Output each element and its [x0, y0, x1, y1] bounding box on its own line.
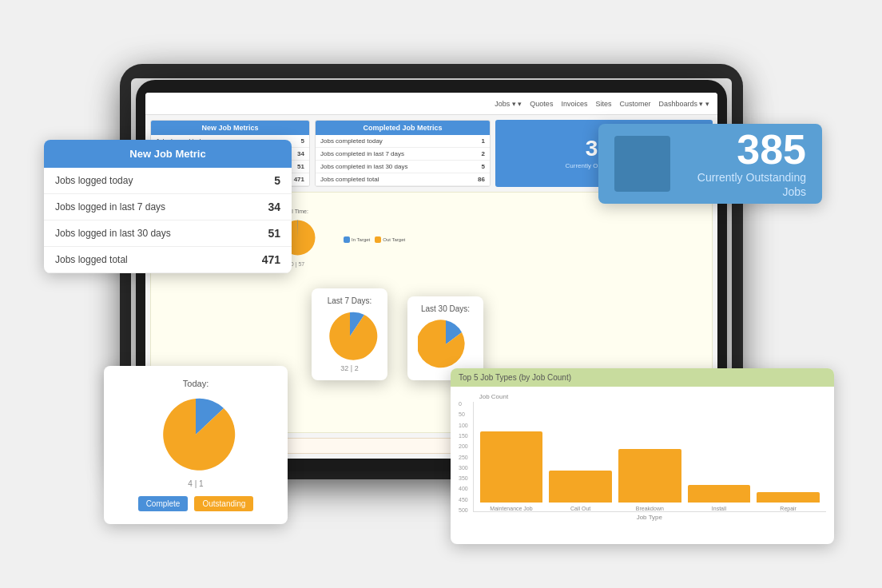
- y-label-350: 350: [459, 475, 468, 481]
- bar-repair: [757, 492, 820, 503]
- y-label-500: 500: [459, 507, 468, 513]
- job-logged-7d-value: 34: [235, 194, 292, 220]
- last7-label: Last 7 Days:: [320, 296, 379, 305]
- y-axis-label: Job Count: [473, 393, 826, 400]
- job-logged-total-value: 471: [235, 247, 292, 273]
- nav-sites[interactable]: Sites: [595, 100, 611, 108]
- nav-dashboards[interactable]: Dashboards ▾: [658, 100, 709, 108]
- job-logged-30d-value: 51: [235, 220, 292, 247]
- last30-label: Last 30 Days:: [415, 304, 475, 313]
- in-target-legend: In Target Out Target: [344, 236, 405, 243]
- job-logged-30d-label: Jobs logged in last 30 days: [44, 220, 235, 247]
- legend-buttons: Complete Outstanding: [117, 496, 275, 511]
- new-job-metric-card: New Job Metric Jobs logged today 5 Jobs …: [44, 140, 292, 273]
- outstanding-float-image: [614, 136, 670, 192]
- table-row: Jobs logged today 5: [44, 168, 292, 194]
- new-job-header: New Job Metric: [44, 140, 292, 168]
- bar-maintenance: [480, 431, 543, 503]
- bar-label-repair: Repair: [780, 506, 797, 511]
- job-logged-total-label: Jobs logged total: [44, 247, 235, 273]
- today-stats: 4 | 1: [117, 479, 275, 488]
- bar-label-breakdown: Breakdown: [636, 506, 664, 511]
- job-logged-7d-label: Jobs logged in last 7 days: [44, 194, 235, 220]
- bar-chart-card: Top 5 Job Types (by Job Count) 500 450 4…: [451, 368, 834, 544]
- y-label-250: 250: [459, 455, 468, 460]
- nav-invoices[interactable]: Invoices: [561, 100, 587, 108]
- bar-group-breakdown: Breakdown: [618, 449, 681, 511]
- new-job-mini-header: New Job Metrics: [151, 121, 309, 135]
- y-label-450: 450: [459, 497, 468, 503]
- bar-chart-area: 500 450 400 350 300 250 200 150 100 50 0…: [459, 393, 826, 521]
- y-label-50: 50: [459, 411, 468, 417]
- outstanding-jobs-card: 385 Currently Outstanding Jobs: [598, 124, 822, 204]
- bar-group-callout: Call Out: [549, 471, 612, 511]
- today-pie-chart: [156, 395, 236, 475]
- table-row: Jobs logged in last 7 days 34: [44, 194, 292, 220]
- job-logged-today-value: 5: [235, 168, 292, 194]
- outstanding-complete-card: Today: 4 | 1 Complete Outstanding: [104, 366, 288, 524]
- last7-pie-card: Last 7 Days: 32 | 2: [312, 288, 387, 380]
- bar-label-install: Install: [712, 506, 726, 511]
- outstanding-button[interactable]: Outstanding: [194, 496, 253, 511]
- y-label-150: 150: [459, 433, 468, 439]
- nav-jobs[interactable]: Jobs ▾: [495, 100, 522, 108]
- bar-label-maintenance: Maintenance Job: [490, 506, 532, 511]
- y-label-0: 0: [459, 401, 468, 407]
- y-label-300: 300: [459, 465, 468, 471]
- last7-stats: 32 | 2: [320, 364, 379, 372]
- complete-button[interactable]: Complete: [138, 496, 189, 511]
- today-pie-container: [117, 395, 275, 475]
- bar-group-install: Install: [688, 485, 751, 511]
- bar-group-repair: Repair: [757, 492, 820, 511]
- pie-all-time-2-count: 0 | 57: [291, 261, 304, 267]
- last7-pie-chart: [322, 308, 378, 364]
- job-logged-today-label: Jobs logged today: [44, 168, 235, 194]
- bar-label-callout: Call Out: [570, 506, 590, 511]
- completed-job-mini-card: Completed Job Metrics Jobs completed tod…: [315, 120, 491, 187]
- bar-group-maintenance: Maintenance Job: [480, 431, 543, 511]
- outstanding-float-inner: 385 Currently Outstanding Jobs: [686, 129, 806, 199]
- y-label-400: 400: [459, 486, 468, 491]
- bar-callout: [549, 471, 612, 503]
- bar-chart-header: Top 5 Job Types (by Job Count): [451, 368, 834, 387]
- y-label-200: 200: [459, 443, 468, 449]
- last30-pie-chart: [418, 316, 474, 372]
- completed-job-mini-table: Jobs completed today1 Jobs completed in …: [316, 135, 490, 186]
- x-axis-label: Job Type: [473, 514, 826, 521]
- nav-quotes[interactable]: Quotes: [530, 100, 553, 108]
- last30-pie-container: [415, 316, 475, 372]
- nav-customer[interactable]: Customer: [619, 100, 650, 108]
- bars-container: Maintenance Job Call Out Breakdown Insta…: [473, 402, 826, 512]
- last7-pie-container: [320, 308, 379, 364]
- new-job-table: Jobs logged today 5 Jobs logged in last …: [44, 168, 292, 273]
- table-row: Jobs logged in last 30 days 51: [44, 220, 292, 247]
- outstanding-number: 385: [686, 129, 806, 170]
- outstanding-label: Currently Outstanding Jobs: [686, 170, 806, 199]
- table-row: Jobs logged total 471: [44, 247, 292, 273]
- dashboard-nav: Jobs ▾ Quotes Invoices Sites Customer Da…: [145, 93, 717, 115]
- completed-job-mini-header: Completed Job Metrics: [316, 121, 490, 135]
- bar-breakdown: [618, 449, 681, 503]
- bar-chart-content: Job Count Maintenance Job Call Out Break…: [473, 393, 826, 521]
- bar-install: [688, 485, 751, 503]
- bar-chart-y-axis: 500 450 400 350 300 250 200 150 100 50 0: [459, 401, 473, 513]
- today-label: Today:: [117, 379, 275, 388]
- y-label-100: 100: [459, 423, 468, 428]
